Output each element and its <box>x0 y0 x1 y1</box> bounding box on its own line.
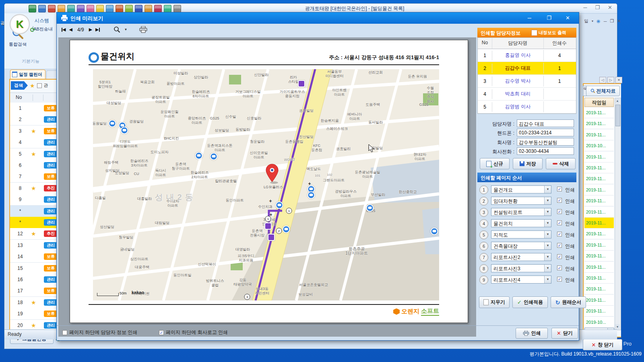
print-checkbox[interactable]: ✓ <box>557 209 562 214</box>
date-row[interactable]: 2019-11... <box>584 218 614 228</box>
dialog-maximize-icon[interactable]: ❐ <box>547 15 551 21</box>
date-row[interactable]: 2019-11... <box>584 173 614 184</box>
dialog-titlebar[interactable]: 인쇄 미리보기 ─ ❐ ✕ <box>57 12 579 24</box>
dropdown-icon[interactable]: ▾ <box>592 19 593 23</box>
zoom-icon[interactable] <box>114 26 120 33</box>
footer-checkbox-logo[interactable]: ✓ 페이지 하단에 회사로고 인쇄 <box>159 329 228 336</box>
table-row[interactable]: 12★추진 <box>10 228 59 240</box>
zoom-dropdown-icon[interactable]: ▼ <box>124 28 128 31</box>
first-page-icon[interactable]: ◀ <box>62 27 66 32</box>
toolbar-icon-10[interactable] <box>116 5 123 12</box>
scrollbar[interactable]: ▲ ▼ <box>615 98 621 330</box>
scroll-up-icon[interactable]: ▲ <box>615 98 620 104</box>
print-checkbox[interactable]: ✓ <box>557 265 562 270</box>
page-dropdown[interactable]: 컨설팅리포트▼ <box>491 208 551 216</box>
tab-close-icon[interactable]: ✕ <box>615 77 622 83</box>
tab-schedule-calendar[interactable]: 일정 캘린더 <box>10 70 45 79</box>
close-icon[interactable]: ✕ <box>608 4 612 10</box>
tab-right-icon[interactable]: ▷ <box>607 77 614 83</box>
date-row[interactable]: 2019-11... <box>584 107 614 118</box>
help-icon[interactable]: ◉ <box>597 19 601 24</box>
delete-button[interactable]: 삭제 <box>546 158 576 169</box>
apply-print-button[interactable]: ✓인쇄적용 <box>512 296 548 308</box>
app-logo[interactable]: K <box>10 14 30 34</box>
field-input[interactable]: 김갑수 대표 <box>517 119 574 127</box>
filter-checkbox[interactable] <box>37 83 42 88</box>
date-row[interactable]: 2019-10... <box>584 317 614 328</box>
table-row[interactable]: 18★관리 <box>10 297 59 309</box>
table-row[interactable]: 8★추진 <box>10 183 59 194</box>
dialog-close-button[interactable]: ✕ 닫기 <box>551 328 578 339</box>
print-icon[interactable] <box>139 26 147 33</box>
toolbar-icon-5[interactable] <box>67 5 75 12</box>
date-row[interactable]: 2019-11... <box>584 284 614 294</box>
mdi-controls[interactable]: 일 ▾ ◉ ─ ❐ ✕ <box>584 18 619 24</box>
date-row[interactable]: 2019-11... <box>584 152 614 162</box>
ab-transfer-button[interactable]: AB전송내 <box>31 26 54 54</box>
toolbar-icon-12[interactable] <box>135 5 142 12</box>
checkbox-icon[interactable]: ✓ <box>159 330 164 335</box>
manager-row[interactable]: 2김갑수 대표1 <box>478 62 576 75</box>
date-row[interactable]: 2019-11... <box>584 195 614 206</box>
toolbar-icon-1[interactable] <box>29 5 36 12</box>
all-data-button[interactable]: 전체자료 <box>586 86 620 96</box>
page-dropdown[interactable]: 건축물대장▼ <box>491 242 551 250</box>
last-page-icon[interactable]: ▶ <box>95 27 99 32</box>
table-row[interactable]: 3★보류 <box>10 125 59 137</box>
search-button[interactable]: 검색 <box>11 81 28 90</box>
app-window-controls[interactable]: ─ ❐ ✕ <box>583 4 612 10</box>
date-row[interactable]: 2019-11... <box>584 185 614 195</box>
toolbar-icon-3[interactable] <box>48 5 56 12</box>
field-input[interactable]: 갑수부동산컨설팅 <box>517 138 574 146</box>
print-checkbox[interactable]: ✓ <box>557 243 562 248</box>
table-row[interactable]: *관리 <box>10 206 59 217</box>
manager-row[interactable]: 5김영범 이사 <box>478 101 576 113</box>
menu-system[interactable]: 시스템 <box>28 17 56 24</box>
page-dropdown[interactable]: 물건개요▼ <box>491 185 551 193</box>
manager-row[interactable]: 4박초희 대리 <box>478 88 576 101</box>
date-row[interactable]: 2019-11... <box>584 306 614 317</box>
date-row[interactable]: 2019-11... <box>584 207 614 218</box>
table-row[interactable]: 13관리 <box>10 240 59 251</box>
toolbar-icon-9[interactable] <box>106 5 114 12</box>
chevron-down-icon[interactable]: ▼ <box>544 253 551 261</box>
toolbar-icon-14[interactable] <box>154 5 162 12</box>
date-row[interactable]: 2019-11... <box>584 162 614 173</box>
chevron-down-icon[interactable]: ▼ <box>544 265 551 272</box>
page-dropdown[interactable]: 물건위치▼ <box>491 219 551 227</box>
table-row[interactable]: *관리 <box>10 217 59 228</box>
manager-row[interactable]: 1홍길영 이사4 <box>478 49 576 62</box>
print-checkbox[interactable]: ✓ <box>557 232 562 237</box>
table-row[interactable]: 2관리 <box>10 114 59 125</box>
table-row[interactable]: 6관리 <box>10 160 59 171</box>
toolbar-icon-4[interactable] <box>58 5 65 12</box>
scroll-down-icon[interactable]: ▼ <box>615 324 620 330</box>
new-button[interactable]: 신규 <box>480 158 510 169</box>
toolbar-icon-2[interactable] <box>38 5 46 12</box>
table-row[interactable]: 4관리 <box>10 137 59 148</box>
clear-button[interactable]: 지우기 <box>479 296 510 308</box>
date-row[interactable]: 2019-11... <box>584 228 614 239</box>
mdi-minimize-icon[interactable]: ─ <box>604 19 607 24</box>
toolbar-icon-6[interactable] <box>77 5 85 12</box>
dialog-close-icon[interactable]: ✕ <box>566 15 570 21</box>
date-row[interactable]: 2019-11... <box>584 262 614 273</box>
minimize-icon[interactable]: ─ <box>583 4 587 10</box>
table-row[interactable]: 14보류 <box>10 251 59 263</box>
field-input[interactable]: 010-2334-2314 <box>517 129 574 136</box>
next-page-icon[interactable]: ▶ <box>89 27 92 32</box>
table-row[interactable]: 9관리 <box>10 194 59 206</box>
page-dropdown[interactable]: 임대차현황▼ <box>491 197 551 205</box>
star-filter-icon[interactable]: ★ <box>30 82 35 89</box>
prev-page-icon[interactable]: ◀ <box>69 27 72 32</box>
print-checkbox[interactable]: ✓ <box>557 187 562 191</box>
date-row[interactable]: 2019-10... <box>584 140 614 151</box>
column-header-workdate[interactable]: 작업일 <box>584 98 614 107</box>
manager-row[interactable]: 3김수영 박사1 <box>478 75 576 88</box>
page-dropdown[interactable]: 리포트사진3▼ <box>491 264 551 272</box>
toolbar-icon-8[interactable] <box>96 5 104 12</box>
field-input[interactable]: 02-3030-4434 <box>517 147 574 155</box>
mdi-close-icon[interactable]: ✕ <box>617 19 621 24</box>
table-row[interactable]: 7보류 <box>10 171 59 183</box>
dialog-minimize-icon[interactable]: ─ <box>528 15 531 21</box>
